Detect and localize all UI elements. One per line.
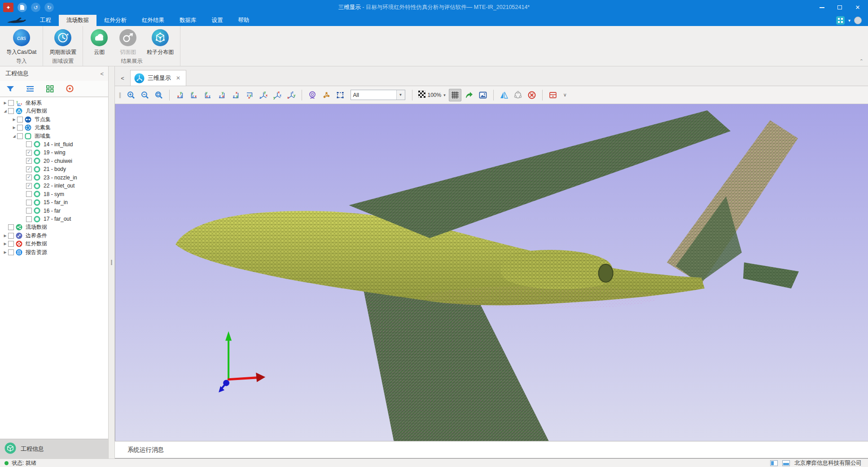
tree-item-21---body[interactable]: 21 - body [0,165,108,174]
box-select-button[interactable] [334,89,346,101]
tab-scroll-left-icon[interactable]: < [115,75,130,86]
tree-checkbox[interactable] [8,241,14,247]
tree-item-19---wing[interactable]: 19 - wing [0,148,108,157]
tree-checkbox[interactable] [26,150,32,156]
locate-icon[interactable] [65,84,75,94]
ribbon-collapse-icon[interactable]: ⌃ [859,58,864,64]
tree-item-元素集[interactable]: ▶元素集 [0,124,108,132]
ribbon-button-clock[interactable]: 周期面设置 [45,29,81,56]
tree-checkbox[interactable] [17,117,23,122]
tree-item-20---chuiwei[interactable]: 20 - chuiwei [0,157,108,166]
tree-checkbox[interactable] [17,133,23,139]
view-bottom-button[interactable]: zyx [243,89,256,101]
tree-collapsed-icon[interactable]: ▶ [12,126,17,130]
tree-item-17---far_out[interactable]: 17 - far_out [0,215,108,223]
message-panel[interactable]: 系统运行消息 [115,441,868,458]
redo-icon[interactable]: ↻ [44,3,54,12]
tree-checkbox[interactable] [26,216,32,222]
tree-collapsed-icon[interactable]: ▶ [3,242,8,246]
view-top-button[interactable]: xzy [229,89,242,101]
tree-checkbox[interactable] [26,175,32,180]
tree-checkbox[interactable] [17,125,23,131]
minimize-icon[interactable] [819,4,825,11]
tree-collapsed-icon[interactable]: ▶ [3,101,8,105]
panel-layout-left-icon[interactable] [770,460,778,466]
undo-icon[interactable]: ↺ [31,3,40,12]
export-button[interactable] [463,89,475,101]
menu-item-2[interactable]: 流场数据 [59,15,96,26]
tree-checkbox[interactable] [8,249,14,255]
view-right-button[interactable]: yzx [215,89,228,101]
panel-layout-bottom-icon[interactable] [782,460,790,466]
view-back-button[interactable]: yzx [188,89,200,101]
tree-checkbox[interactable] [8,108,14,114]
mesh-toggle-button[interactable] [449,89,461,101]
menu-item-1[interactable]: 工程 [32,15,59,26]
chevron-down-icon[interactable]: ▾ [848,18,850,23]
tree-item-报告资源[interactable]: ▶报告资源 [0,248,108,257]
cancel-button[interactable] [526,89,538,101]
tree-item-16---far[interactable]: 16 - far [0,207,108,215]
view-left-button[interactable]: yxz [202,89,214,101]
view-front-button[interactable]: yxz [174,89,186,101]
view-iso-1-button[interactable]: yzx [257,89,270,101]
zoom-fit-button[interactable] [153,89,165,101]
zoom-caret-icon[interactable]: ▾ [443,93,446,97]
tree-item-22---inlet_out[interactable]: 22 - inlet_out [0,182,108,190]
tree-expanded-icon[interactable]: ◢ [3,109,8,113]
maximize-icon[interactable] [837,4,843,11]
tree-expanded-icon[interactable]: ◢ [12,134,17,138]
tree-item-23---nozzle_in[interactable]: 23 - nozzle_in [0,174,108,182]
menu-item-6[interactable]: 设置 [204,15,231,26]
particle-display-button[interactable] [320,89,333,101]
theme-icon[interactable] [836,16,845,25]
tree-collapsed-icon[interactable]: ▶ [3,250,8,254]
menu-item-4[interactable]: 红外结果 [134,15,172,26]
more-caret-icon[interactable]: ∨ [561,92,570,98]
tree-item-18---sym[interactable]: 18 - sym [0,190,108,199]
tree-item-14---int_fluid[interactable]: 14 - int_fluid [0,140,108,149]
collapse-list-icon[interactable] [25,84,35,94]
tree-item-15---far_in[interactable]: 15 - far_in [0,198,108,207]
tree-checkbox[interactable] [26,166,32,172]
view-iso-3-button[interactable]: zxy [285,89,298,101]
ribbon-button-cas[interactable]: cas导入Cas/Dat [2,29,41,56]
tree-item-红外数据[interactable]: ▶红外数据 [0,240,108,249]
tree-checkbox[interactable] [8,233,14,239]
viewport-3d[interactable] [115,104,868,441]
rotate-center-button[interactable] [512,89,524,101]
tree-checkbox[interactable] [8,100,14,106]
screenshot-button[interactable] [477,89,489,101]
tree-checkbox[interactable] [26,158,32,164]
opacity-zoom-control[interactable]: 100%▾ [416,91,447,99]
tree-collapsed-icon[interactable]: ▶ [3,234,8,238]
tree-item-边界条件[interactable]: ▶边界条件 [0,231,108,240]
tree-collapsed-icon[interactable]: ▶ [12,118,17,122]
app-logo-icon[interactable]: ✦ [3,3,13,12]
sidebar-collapse-icon[interactable]: < [100,70,104,77]
tree-checkbox[interactable] [26,183,32,189]
user-icon[interactable] [854,17,862,24]
tab-3d-view[interactable]: 三维显示 ✕ [130,70,186,86]
save-view-button[interactable] [547,89,559,101]
sidebar-splitter[interactable]: •••• [109,66,115,458]
toolbar-drag-handle[interactable]: ∥ [118,92,121,98]
menu-item-7[interactable]: 帮助 [231,15,257,26]
filter-icon[interactable] [5,84,15,94]
tab-close-icon[interactable]: ✕ [176,75,180,81]
view-iso-2-button[interactable]: xyz [271,89,284,101]
probe-button[interactable] [306,89,319,101]
tree-checkbox[interactable] [8,224,14,230]
zoom-in-button[interactable] [125,89,137,101]
ribbon-button-particle[interactable]: 粒子分布图 [142,29,178,56]
tree-item-流场数据[interactable]: 流场数据 [0,223,108,232]
new-file-icon[interactable] [18,3,27,12]
tree-item-坐标系[interactable]: ▶yzx坐标系 [0,99,108,107]
tree-item-节点集[interactable]: ▶节点集 [0,115,108,124]
combo-dropdown-icon[interactable]: ▼ [396,90,405,100]
close-icon[interactable]: ✕ [855,4,861,11]
tree-checkbox[interactable] [26,141,32,147]
tree-checkbox[interactable] [26,200,32,205]
tree-checkbox[interactable] [26,208,32,214]
zoom-out-button[interactable] [139,89,151,101]
